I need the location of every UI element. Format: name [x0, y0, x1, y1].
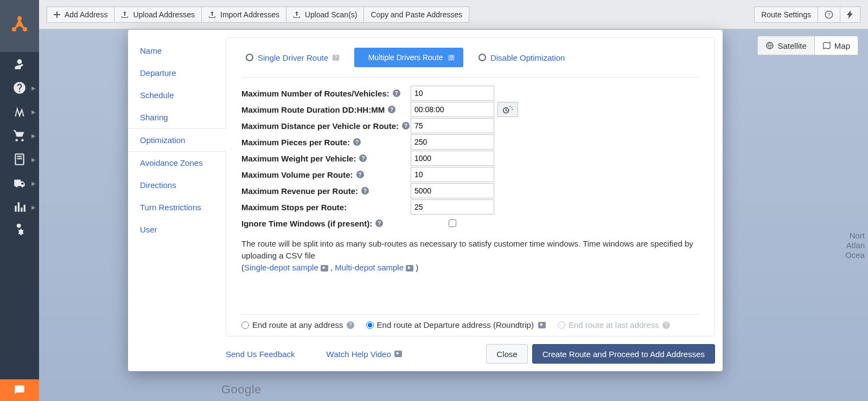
max-duration-label: Maximum Route Duration DD:HH:MM? — [241, 105, 411, 114]
max-stops-input[interactable] — [411, 199, 494, 215]
nav-analytics[interactable]: ▶ — [0, 195, 39, 219]
help-icon[interactable]: ? — [448, 55, 455, 61]
nav-fleet[interactable]: ▶ — [0, 171, 39, 195]
disable-optimization-option[interactable]: Disable Optimization — [478, 53, 565, 62]
max-revenue-input[interactable] — [411, 183, 494, 198]
chat-button[interactable] — [0, 379, 39, 401]
help-icon[interactable]: ? — [347, 321, 354, 329]
video-icon — [394, 351, 402, 357]
video-icon — [406, 265, 413, 271]
map-attribution: Google — [221, 383, 261, 397]
max-duration-input[interactable] — [411, 102, 494, 117]
satellite-toggle[interactable]: Satellite — [758, 36, 814, 55]
svg-point-2 — [12, 27, 16, 31]
help-icon: ? — [825, 10, 833, 19]
tab-sharing[interactable]: Sharing — [128, 106, 226, 128]
end-route-options: End route at any address ? End route at … — [241, 314, 699, 329]
route-settings-button[interactable]: Route Settings — [754, 7, 818, 23]
upload-addresses-label: Upload Addresses — [133, 10, 195, 19]
multiple-drivers-label: Multiple Drivers Route — [368, 53, 443, 62]
tab-user[interactable]: User — [128, 218, 226, 241]
help-icon[interactable]: ? — [333, 55, 339, 61]
single-depot-sample-link[interactable]: Single-depot sample — [244, 263, 328, 272]
help-icon[interactable]: ? — [353, 138, 361, 146]
max-volume-input[interactable] — [411, 167, 494, 182]
max-distance-label: Maximum Distance per Vehicle or Route:? — [241, 121, 411, 131]
max-weight-input[interactable] — [411, 151, 494, 166]
help-icon[interactable]: ? — [375, 219, 383, 227]
max-pieces-input[interactable] — [411, 134, 494, 150]
nav-book[interactable]: ▶ — [0, 147, 39, 171]
nav-user-settings[interactable] — [0, 219, 39, 243]
multiple-drivers-option[interactable]: Multiple Drivers Route ? — [354, 48, 463, 67]
tab-directions[interactable]: Directions — [128, 174, 226, 196]
left-rail: ▶ ▶ ▶ ▶ ▶ ▶ — [0, 0, 39, 401]
end-last-label: End route at last address — [569, 320, 659, 329]
upload-scans-button[interactable]: Upload Scan(s) — [286, 7, 365, 23]
duration-picker-button[interactable] — [497, 102, 518, 117]
end-roundtrip-option[interactable]: End route at Departure address (Roundtri… — [366, 320, 546, 329]
max-distance-input[interactable] — [411, 118, 494, 133]
optimization-form: Maximum Number of Routes/Vehicles:? Maxi… — [241, 85, 699, 231]
tab-optimization[interactable]: Optimization — [128, 128, 226, 152]
end-last-address-option: End route at last address ? — [558, 320, 670, 329]
multi-depot-sample-link[interactable]: Multi-depot sample — [335, 263, 413, 272]
upload-addresses-button[interactable]: Upload Addresses — [114, 7, 202, 23]
chevron-right-icon: ▶ — [31, 109, 36, 115]
tab-avoidance-zones[interactable]: Avoidance Zones — [128, 152, 226, 174]
help-icon[interactable]: ? — [393, 89, 400, 97]
svg-point-0 — [17, 16, 22, 21]
help-icon[interactable]: ? — [356, 171, 364, 178]
nav-add-user[interactable] — [0, 52, 39, 76]
toolbar-bolt-button[interactable] — [840, 7, 860, 23]
map-toggle[interactable]: Map — [815, 36, 858, 55]
help-icon[interactable]: ? — [402, 122, 410, 130]
copy-paste-addresses-button[interactable]: Copy and Paste Addresses — [364, 7, 469, 23]
svg-text:?: ? — [827, 12, 830, 17]
chevron-right-icon: ▶ — [31, 204, 36, 210]
divider — [241, 77, 699, 77]
bolt-icon — [847, 10, 853, 19]
help-icon[interactable]: ? — [388, 106, 395, 113]
single-driver-label: Single Driver Route — [258, 53, 328, 62]
ignore-tw-label: Ignore Time Windows (if present):? — [241, 219, 411, 228]
ignore-tw-checkbox[interactable] — [449, 219, 456, 227]
radio-icon — [246, 54, 253, 61]
chevron-right-icon: ▶ — [31, 85, 36, 91]
nav-cart[interactable]: ▶ — [0, 124, 39, 147]
tab-schedule[interactable]: Schedule — [128, 84, 226, 106]
end-any-label: End route at any address — [252, 320, 343, 329]
nav-help[interactable]: ▶ — [0, 76, 39, 100]
app-logo — [0, 0, 39, 52]
nav-routes[interactable]: ▶ — [0, 100, 39, 124]
radio-icon — [478, 54, 486, 61]
max-routes-label: Maximum Number of Routes/Vehicles:? — [241, 89, 411, 98]
toolbar-help-button[interactable]: ? — [818, 7, 840, 23]
top-toolbar: Add Address Upload Addresses Import Addr… — [39, 0, 868, 29]
import-addresses-button[interactable]: Import Addresses — [202, 7, 286, 23]
add-address-label: Add Address — [65, 10, 107, 19]
add-address-button[interactable]: Add Address — [47, 7, 114, 23]
upload-icon — [293, 11, 301, 18]
send-feedback-link[interactable]: Send Us Feedback — [226, 350, 295, 359]
end-any-address-option[interactable]: End route at any address ? — [241, 320, 354, 329]
import-addresses-label: Import Addresses — [220, 10, 279, 19]
close-button[interactable]: Close — [486, 344, 527, 364]
max-weight-label: Maximum Weight per Vehicle:? — [241, 154, 411, 163]
help-icon[interactable]: ? — [359, 154, 367, 162]
watch-help-video-link[interactable]: Watch Help Video — [327, 350, 402, 359]
max-routes-input[interactable] — [411, 86, 494, 101]
create-route-button[interactable]: Create Route and Proceed to Add Addresse… — [532, 344, 715, 364]
globe-icon — [765, 41, 774, 50]
help-icon[interactable]: ? — [361, 187, 369, 195]
route-type-selector: Single Driver Route ? Multiple Drivers R… — [241, 48, 699, 67]
tab-departure[interactable]: Departure — [128, 62, 226, 84]
upload-scans-label: Upload Scan(s) — [305, 10, 358, 19]
modal-sidebar: Name Departure Schedule Sharing Optimiza… — [128, 30, 226, 371]
single-driver-option[interactable]: Single Driver Route ? — [246, 53, 339, 62]
copy-paste-label: Copy and Paste Addresses — [371, 10, 462, 19]
tab-turn-restrictions[interactable]: Turn Restrictions — [128, 196, 226, 218]
chevron-right-icon: ▶ — [31, 133, 36, 139]
map-icon — [822, 41, 831, 50]
tab-name[interactable]: Name — [128, 40, 226, 62]
